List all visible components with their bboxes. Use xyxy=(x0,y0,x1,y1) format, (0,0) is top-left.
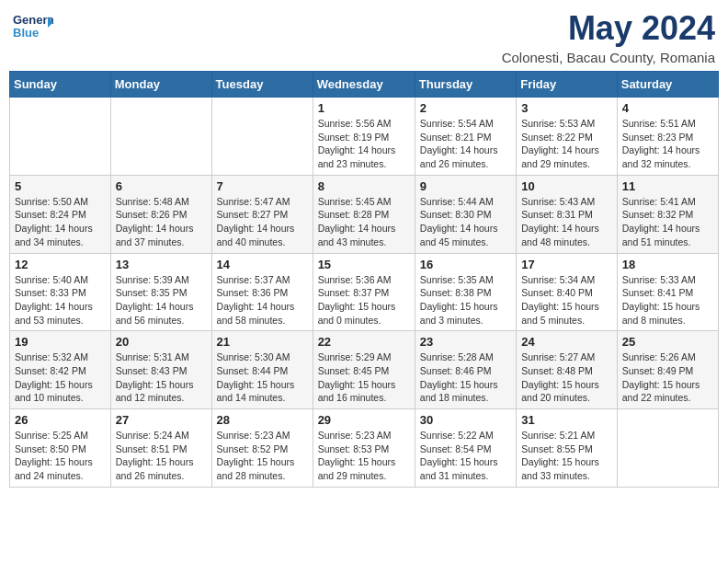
day-number: 25 xyxy=(622,335,713,349)
day-number: 3 xyxy=(521,101,612,115)
day-info: Sunrise: 5:28 AMSunset: 8:46 PMDaylight:… xyxy=(420,350,511,405)
day-number: 21 xyxy=(217,335,308,349)
calendar-header-tuesday: Tuesday xyxy=(211,72,313,98)
day-number: 27 xyxy=(116,413,207,427)
calendar-cell: 11Sunrise: 5:41 AMSunset: 8:32 PMDayligh… xyxy=(617,175,718,253)
day-info: Sunrise: 5:45 AMSunset: 8:28 PMDaylight:… xyxy=(318,195,410,249)
calendar-cell: 15Sunrise: 5:36 AMSunset: 8:37 PMDayligh… xyxy=(313,253,415,331)
calendar-cell: 9Sunrise: 5:44 AMSunset: 8:30 PMDaylight… xyxy=(415,175,516,253)
day-info: Sunrise: 5:41 AMSunset: 8:32 PMDaylight:… xyxy=(622,195,713,249)
calendar-cell xyxy=(10,98,111,176)
day-number: 19 xyxy=(15,335,106,349)
day-info: Sunrise: 5:39 AMSunset: 8:35 PMDaylight:… xyxy=(116,273,207,327)
calendar-cell: 14Sunrise: 5:37 AMSunset: 8:36 PMDayligh… xyxy=(211,253,313,331)
day-info: Sunrise: 5:34 AMSunset: 8:40 PMDaylight:… xyxy=(521,273,612,327)
calendar-cell: 17Sunrise: 5:34 AMSunset: 8:40 PMDayligh… xyxy=(517,253,618,331)
calendar-cell: 19Sunrise: 5:32 AMSunset: 8:42 PMDayligh… xyxy=(10,331,111,409)
calendar-week-2: 5Sunrise: 5:50 AMSunset: 8:24 PMDaylight… xyxy=(10,175,719,253)
day-number: 26 xyxy=(15,413,106,427)
day-number: 11 xyxy=(622,179,713,193)
calendar-cell: 18Sunrise: 5:33 AMSunset: 8:41 PMDayligh… xyxy=(617,253,718,331)
day-number: 17 xyxy=(521,258,612,271)
day-info: Sunrise: 5:24 AMSunset: 8:51 PMDaylight:… xyxy=(116,429,207,483)
day-info: Sunrise: 5:35 AMSunset: 8:38 PMDaylight:… xyxy=(420,273,511,327)
day-info: Sunrise: 5:32 AMSunset: 8:42 PMDaylight:… xyxy=(15,350,106,405)
calendar-cell xyxy=(110,98,211,176)
calendar-cell: 22Sunrise: 5:29 AMSunset: 8:45 PMDayligh… xyxy=(313,331,415,409)
calendar-cell xyxy=(617,409,718,488)
calendar-header-wednesday: Wednesday xyxy=(313,72,415,98)
day-info: Sunrise: 5:33 AMSunset: 8:41 PMDaylight:… xyxy=(622,273,713,327)
day-number: 4 xyxy=(622,101,713,115)
calendar-week-3: 12Sunrise: 5:40 AMSunset: 8:33 PMDayligh… xyxy=(10,253,719,331)
calendar-cell: 2Sunrise: 5:54 AMSunset: 8:21 PMDaylight… xyxy=(415,98,516,176)
calendar-cell: 4Sunrise: 5:51 AMSunset: 8:23 PMDaylight… xyxy=(617,98,718,176)
calendar-cell: 31Sunrise: 5:21 AMSunset: 8:55 PMDayligh… xyxy=(517,409,618,488)
logo-icon: General Blue xyxy=(13,9,53,42)
calendar-cell: 1Sunrise: 5:56 AMSunset: 8:19 PMDaylight… xyxy=(313,98,415,176)
calendar-cell: 12Sunrise: 5:40 AMSunset: 8:33 PMDayligh… xyxy=(10,253,111,331)
day-number: 8 xyxy=(318,179,410,193)
calendar-cell: 25Sunrise: 5:26 AMSunset: 8:49 PMDayligh… xyxy=(617,331,718,409)
day-number: 22 xyxy=(318,335,410,349)
location: Colonesti, Bacau County, Romania xyxy=(502,50,715,65)
svg-text:General: General xyxy=(13,13,53,27)
calendar-cell: 8Sunrise: 5:45 AMSunset: 8:28 PMDaylight… xyxy=(313,175,415,253)
day-number: 5 xyxy=(15,179,106,193)
calendar-week-4: 19Sunrise: 5:32 AMSunset: 8:42 PMDayligh… xyxy=(10,331,719,409)
day-number: 29 xyxy=(318,413,410,427)
day-info: Sunrise: 5:44 AMSunset: 8:30 PMDaylight:… xyxy=(420,195,511,249)
day-number: 14 xyxy=(217,258,308,271)
day-number: 20 xyxy=(116,335,207,349)
day-info: Sunrise: 5:48 AMSunset: 8:26 PMDaylight:… xyxy=(116,195,207,249)
calendar-cell: 5Sunrise: 5:50 AMSunset: 8:24 PMDaylight… xyxy=(10,175,111,253)
day-number: 10 xyxy=(521,179,612,193)
title-section: May 2024 Colonesti, Bacau County, Romani… xyxy=(502,9,715,65)
day-info: Sunrise: 5:22 AMSunset: 8:54 PMDaylight:… xyxy=(420,429,511,483)
calendar-header-friday: Friday xyxy=(517,72,618,98)
calendar-cell: 7Sunrise: 5:47 AMSunset: 8:27 PMDaylight… xyxy=(211,175,313,253)
calendar-header-thursday: Thursday xyxy=(415,72,516,98)
day-info: Sunrise: 5:50 AMSunset: 8:24 PMDaylight:… xyxy=(15,195,106,249)
calendar-header-saturday: Saturday xyxy=(617,72,718,98)
day-number: 16 xyxy=(420,258,511,271)
month-title: May 2024 xyxy=(502,9,715,48)
day-info: Sunrise: 5:40 AMSunset: 8:33 PMDaylight:… xyxy=(15,273,106,327)
calendar-cell xyxy=(211,98,313,176)
day-info: Sunrise: 5:26 AMSunset: 8:49 PMDaylight:… xyxy=(622,350,713,405)
calendar-cell: 16Sunrise: 5:35 AMSunset: 8:38 PMDayligh… xyxy=(415,253,516,331)
day-info: Sunrise: 5:43 AMSunset: 8:31 PMDaylight:… xyxy=(521,195,612,249)
day-info: Sunrise: 5:25 AMSunset: 8:50 PMDaylight:… xyxy=(15,429,106,483)
day-number: 7 xyxy=(217,179,308,193)
calendar-table: SundayMondayTuesdayWednesdayThursdayFrid… xyxy=(9,71,719,488)
svg-text:Blue: Blue xyxy=(13,26,39,40)
day-info: Sunrise: 5:30 AMSunset: 8:44 PMDaylight:… xyxy=(217,350,308,405)
day-number: 31 xyxy=(521,413,612,427)
calendar-cell: 6Sunrise: 5:48 AMSunset: 8:26 PMDaylight… xyxy=(110,175,211,253)
day-info: Sunrise: 5:54 AMSunset: 8:21 PMDaylight:… xyxy=(420,117,511,171)
calendar-week-5: 26Sunrise: 5:25 AMSunset: 8:50 PMDayligh… xyxy=(10,409,719,488)
day-info: Sunrise: 5:53 AMSunset: 8:22 PMDaylight:… xyxy=(521,117,612,171)
calendar-cell: 27Sunrise: 5:24 AMSunset: 8:51 PMDayligh… xyxy=(110,409,211,488)
page-header: General Blue May 2024 Colonesti, Bacau C… xyxy=(9,9,719,65)
day-number: 24 xyxy=(521,335,612,349)
day-info: Sunrise: 5:31 AMSunset: 8:43 PMDaylight:… xyxy=(116,350,207,405)
day-info: Sunrise: 5:37 AMSunset: 8:36 PMDaylight:… xyxy=(217,273,308,327)
day-info: Sunrise: 5:56 AMSunset: 8:19 PMDaylight:… xyxy=(318,117,410,171)
day-info: Sunrise: 5:23 AMSunset: 8:53 PMDaylight:… xyxy=(318,429,410,483)
day-info: Sunrise: 5:27 AMSunset: 8:48 PMDaylight:… xyxy=(521,350,612,405)
calendar-cell: 13Sunrise: 5:39 AMSunset: 8:35 PMDayligh… xyxy=(110,253,211,331)
calendar-header-sunday: Sunday xyxy=(10,72,111,98)
calendar-cell: 30Sunrise: 5:22 AMSunset: 8:54 PMDayligh… xyxy=(415,409,516,488)
day-number: 6 xyxy=(116,179,207,193)
day-number: 9 xyxy=(420,179,511,193)
calendar-cell: 26Sunrise: 5:25 AMSunset: 8:50 PMDayligh… xyxy=(10,409,111,488)
calendar-cell: 24Sunrise: 5:27 AMSunset: 8:48 PMDayligh… xyxy=(517,331,618,409)
day-number: 18 xyxy=(622,258,713,271)
day-number: 28 xyxy=(217,413,308,427)
day-number: 13 xyxy=(116,258,207,271)
calendar-header-monday: Monday xyxy=(110,72,211,98)
calendar-cell: 23Sunrise: 5:28 AMSunset: 8:46 PMDayligh… xyxy=(415,331,516,409)
day-info: Sunrise: 5:23 AMSunset: 8:52 PMDaylight:… xyxy=(217,429,308,483)
day-info: Sunrise: 5:51 AMSunset: 8:23 PMDaylight:… xyxy=(622,117,713,171)
